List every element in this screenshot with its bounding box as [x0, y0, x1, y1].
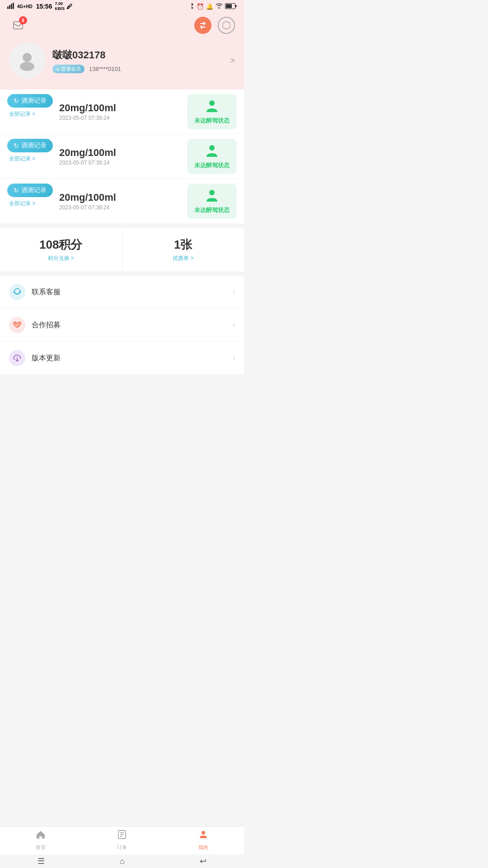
points-label: 积分兑换 >: [48, 255, 74, 262]
profile-meta: ◆ 普通会员 138****0101: [52, 65, 223, 73]
record-status-inner-2: 未达醉驾状态: [194, 143, 230, 170]
cloud-download-icon: [12, 353, 22, 363]
record-status-text-1: 未达醉驾状态: [194, 117, 230, 125]
refresh-icon: ↻: [14, 97, 19, 104]
refresh-icon-3: ↻: [14, 187, 19, 194]
network-indicator: [7, 3, 15, 10]
update-arrow: ›: [233, 354, 235, 362]
nav-icons: [194, 17, 235, 34]
record-label-text: 酒测记录: [21, 97, 47, 105]
customer-service-item[interactable]: 联系客服 ›: [0, 276, 244, 309]
update-item[interactable]: 版本更新 ›: [0, 342, 244, 374]
diamond-icon: ◆: [56, 66, 60, 71]
record-label-wrap-2: ↻ 酒测记录 全部记录 >: [7, 139, 53, 174]
record-label-wrap: ↻ 酒测记录 全部记录 >: [7, 94, 53, 129]
profile-arrow[interactable]: >: [230, 56, 235, 66]
heart-icon: [12, 321, 22, 330]
svg-point-10: [209, 100, 215, 106]
all-records-link-1[interactable]: 全部记录 >: [7, 110, 35, 118]
alarm-icon: ⏰: [197, 3, 204, 10]
record-time-2: 2023-05-07 07:39:24: [59, 160, 187, 166]
svg-rect-1: [9, 5, 10, 9]
record-status-text-2: 未达醉驾状态: [194, 161, 230, 170]
record-label-wrap-3: ↻ 酒测记录 全部记录 >: [7, 184, 53, 219]
settings-orange-button[interactable]: [194, 17, 211, 34]
partnership-icon-wrap: [9, 317, 25, 333]
svg-rect-17: [14, 291, 15, 293]
record-label-button-1[interactable]: ↻ 酒测记录: [7, 94, 53, 108]
record-label-button-3[interactable]: ↻ 酒测记录: [7, 184, 53, 197]
svg-rect-3: [13, 3, 14, 9]
svg-point-16: [14, 288, 20, 294]
notification-button[interactable]: 8: [9, 16, 27, 34]
record-details-1: 20mg/100ml 2023-05-07 07:39:24: [59, 94, 187, 129]
customer-service-text: 联系客服: [32, 288, 233, 297]
record-item-2: ↻ 酒测记录 全部记录 > 20mg/100ml 2023-05-07 07:3…: [0, 134, 244, 179]
points-item[interactable]: 108积分 积分兑换 >: [0, 228, 122, 271]
bell-icon: 🔔: [206, 3, 213, 10]
driver-status-icon-3: [204, 188, 220, 204]
partnership-item[interactable]: 合作招募 ›: [0, 309, 244, 342]
record-label-text-2: 酒测记录: [21, 142, 47, 150]
extra-icon: 🖊: [66, 3, 72, 10]
record-status-inner-1: 未达醉驾状态: [194, 99, 230, 125]
points-value: 108积分: [39, 237, 82, 253]
speed-display: 7.00 KB/S: [55, 1, 65, 11]
headset-icon: [12, 287, 22, 297]
record-status-3: 未达醉驾状态: [187, 184, 237, 219]
hexagon-icon: [221, 20, 231, 30]
driver-status-icon-2: [204, 143, 220, 160]
wifi-icon: [216, 3, 223, 9]
svg-rect-13: [207, 154, 216, 156]
time-display: 15:56: [36, 3, 52, 10]
avatar-icon: [16, 49, 38, 72]
menu-section: 联系客服 › 合作招募 › 版本更新 ›: [0, 276, 244, 374]
record-value-1: 20mg/100ml: [59, 102, 187, 114]
driver-status-icon-1: [204, 99, 220, 115]
svg-rect-11: [207, 109, 216, 111]
top-nav: 8: [0, 13, 244, 38]
all-records-link-3[interactable]: 全部记录 >: [7, 200, 35, 208]
avatar: [9, 42, 45, 79]
battery-display: [225, 3, 237, 10]
record-label-button-2[interactable]: ↻ 酒测记录: [7, 139, 53, 152]
svg-point-12: [209, 145, 215, 151]
svg-rect-0: [7, 6, 9, 9]
profile-info: 啵啵032178 ◆ 普通会员 138****0101: [52, 48, 223, 73]
svg-point-8: [23, 53, 32, 62]
hexagon-button[interactable]: [218, 17, 235, 34]
svg-rect-15: [207, 199, 216, 201]
phone-number: 138****0101: [89, 66, 121, 72]
record-details-3: 20mg/100ml 2023-05-07 07:39:24: [59, 184, 187, 219]
svg-point-14: [209, 190, 215, 195]
svg-rect-5: [235, 5, 237, 7]
status-right: ⏰ 🔔: [189, 3, 237, 10]
update-text: 版本更新: [32, 354, 233, 363]
record-status-2: 未达醉驾状态: [187, 139, 237, 174]
notification-badge: 8: [19, 16, 27, 24]
record-item-3: ↻ 酒测记录 全部记录 > 20mg/100ml 2023-05-07 07:3…: [0, 179, 244, 223]
exchange-icon: [198, 21, 207, 30]
member-badge: ◆ 普通会员: [52, 65, 84, 73]
record-status-1: 未达醉驾状态: [187, 94, 237, 129]
status-left: 4G+HD 15:56 7.00 KB/S 🖊: [7, 1, 72, 11]
partnership-arrow: ›: [233, 321, 235, 329]
status-bar: 4G+HD 15:56 7.00 KB/S 🖊 ⏰ 🔔: [0, 0, 244, 13]
record-value-3: 20mg/100ml: [59, 192, 187, 203]
network-type: 4G+HD: [17, 4, 33, 9]
main-content: ↻ 酒测记录 全部记录 > 20mg/100ml 2023-05-07 07:3…: [0, 90, 244, 415]
coupons-item[interactable]: 1张 优惠券 >: [122, 228, 244, 271]
record-label-text-3: 酒测记录: [21, 186, 47, 194]
svg-rect-2: [11, 4, 12, 9]
all-records-link-2[interactable]: 全部记录 >: [7, 155, 35, 163]
refresh-icon-2: ↻: [14, 142, 19, 149]
record-value-2: 20mg/100ml: [59, 147, 187, 159]
record-status-text-3: 未达醉驾状态: [194, 206, 230, 214]
record-time-3: 2023-05-07 07:39:24: [59, 204, 187, 211]
record-status-inner-3: 未达醉驾状态: [194, 188, 230, 214]
record-time-1: 2023-05-07 07:39:24: [59, 115, 187, 121]
member-type: 普通会员: [61, 66, 81, 72]
update-icon-wrap: [9, 350, 25, 366]
records-section: ↻ 酒测记录 全部记录 > 20mg/100ml 2023-05-07 07:3…: [0, 90, 244, 223]
record-item: ↻ 酒测记录 全部记录 > 20mg/100ml 2023-05-07 07:3…: [0, 90, 244, 134]
